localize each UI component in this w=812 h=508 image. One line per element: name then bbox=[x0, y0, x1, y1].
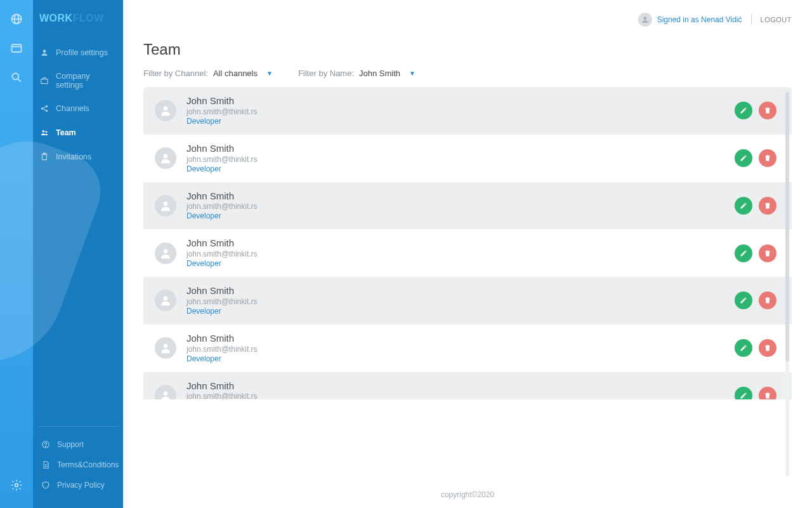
person-role: Developer bbox=[187, 354, 724, 364]
sidebar-item-channels[interactable]: Channels bbox=[33, 98, 123, 119]
filter-channel-select[interactable]: All channels ▼ bbox=[213, 69, 273, 78]
avatar-icon bbox=[155, 385, 176, 399]
avatar-icon bbox=[155, 243, 176, 264]
filter-name-select[interactable]: John Smith ▼ bbox=[359, 69, 416, 78]
svg-point-23 bbox=[643, 17, 646, 20]
nav-item-label: Channels bbox=[56, 104, 89, 113]
row-actions bbox=[735, 197, 776, 215]
delete-button[interactable] bbox=[759, 387, 776, 399]
scrollbar-thumb[interactable] bbox=[785, 92, 789, 361]
person-email: john.smith@thinkit.rs bbox=[187, 155, 724, 164]
row-actions bbox=[735, 149, 776, 167]
delete-button[interactable] bbox=[759, 149, 776, 167]
avatar-icon bbox=[155, 290, 176, 311]
topbar: Signed in as Nenad Vidić LOGOUT bbox=[123, 0, 812, 27]
briefcase-icon bbox=[39, 76, 49, 86]
person-info: John Smithjohn.smith@thinkit.rsDeveloper bbox=[187, 380, 724, 400]
person-role: Developer bbox=[187, 259, 724, 269]
row-actions bbox=[735, 291, 776, 309]
signed-in-text: Signed in as Nenad Vidić bbox=[657, 15, 742, 24]
sidebar-item-terms[interactable]: Terms&Conditions bbox=[39, 455, 117, 475]
svg-point-7 bbox=[15, 484, 18, 487]
svg-line-14 bbox=[43, 109, 46, 110]
sidebar-item-profile[interactable]: Profile settings bbox=[33, 42, 123, 64]
nav-item-label: Team bbox=[56, 128, 76, 137]
edit-button[interactable] bbox=[735, 149, 752, 167]
svg-point-28 bbox=[164, 297, 168, 301]
person-email: john.smith@thinkit.rs bbox=[187, 392, 724, 399]
avatar-icon bbox=[155, 195, 176, 217]
filter-name: Filter by Name: John Smith ▼ bbox=[298, 69, 416, 78]
avatar-icon bbox=[155, 147, 176, 169]
delete-button[interactable] bbox=[759, 339, 776, 357]
edit-button[interactable] bbox=[735, 197, 752, 215]
avatar-icon bbox=[155, 100, 176, 121]
search-icon[interactable] bbox=[9, 70, 24, 85]
person-name: John Smith bbox=[187, 285, 724, 297]
sidebar-item-support[interactable]: Support bbox=[39, 434, 117, 455]
person-name: John Smith bbox=[187, 190, 724, 203]
edit-button[interactable] bbox=[735, 244, 752, 262]
edit-button[interactable] bbox=[735, 291, 752, 309]
person-email: john.smith@thinkit.rs bbox=[187, 202, 724, 211]
gear-icon[interactable] bbox=[9, 478, 24, 493]
svg-line-6 bbox=[18, 79, 21, 82]
person-email: john.smith@thinkit.rs bbox=[187, 297, 724, 307]
caret-down-icon: ▼ bbox=[266, 70, 273, 77]
svg-point-10 bbox=[41, 107, 44, 110]
person-name: John Smith bbox=[187, 380, 724, 392]
nav-item-label: Terms&Conditions bbox=[57, 460, 119, 469]
svg-point-12 bbox=[46, 110, 48, 112]
sidebar-footer: SupportTerms&ConditionsPrivacy Policy bbox=[38, 426, 118, 508]
svg-point-25 bbox=[164, 154, 168, 158]
logout-button[interactable]: LOGOUT bbox=[761, 16, 792, 23]
team-icon bbox=[39, 128, 49, 138]
svg-point-26 bbox=[164, 201, 168, 206]
icon-rail bbox=[0, 0, 33, 508]
person-role: Developer bbox=[187, 164, 724, 174]
filter-name-label: Filter by Name: bbox=[298, 69, 354, 78]
team-row: John Smithjohn.smith@thinkit.rsDeveloper bbox=[143, 277, 792, 324]
delete-button[interactable] bbox=[759, 291, 776, 309]
edit-button[interactable] bbox=[735, 339, 752, 357]
delete-button[interactable] bbox=[759, 244, 776, 262]
main: Signed in as Nenad Vidić LOGOUT Team Fil… bbox=[123, 0, 812, 508]
team-row: John Smithjohn.smith@thinkit.rsDeveloper bbox=[143, 135, 792, 182]
svg-point-8 bbox=[43, 50, 46, 53]
person-role: Developer bbox=[187, 211, 724, 221]
svg-rect-9 bbox=[41, 79, 48, 84]
signed-in-user[interactable]: Signed in as Nenad Vidić bbox=[638, 13, 742, 27]
team-row: John Smithjohn.smith@thinkit.rsDeveloper bbox=[143, 182, 792, 230]
person-name: John Smith bbox=[187, 95, 724, 107]
delete-button[interactable] bbox=[759, 102, 776, 119]
svg-point-15 bbox=[43, 130, 45, 133]
svg-rect-3 bbox=[12, 44, 22, 52]
browser-icon[interactable] bbox=[9, 41, 24, 56]
team-row: John Smithjohn.smith@thinkit.rsDeveloper bbox=[143, 229, 792, 277]
svg-point-20 bbox=[46, 446, 46, 446]
sidebar-item-privacy[interactable]: Privacy Policy bbox=[39, 475, 117, 495]
scrollbar[interactable] bbox=[785, 92, 789, 476]
edit-button[interactable] bbox=[735, 387, 752, 399]
globe-icon[interactable] bbox=[9, 11, 24, 27]
svg-point-24 bbox=[164, 107, 168, 111]
person-info: John Smithjohn.smith@thinkit.rsDeveloper bbox=[187, 285, 724, 316]
person-info: John Smithjohn.smith@thinkit.rsDeveloper bbox=[187, 143, 724, 174]
svg-point-5 bbox=[12, 73, 18, 79]
edit-button[interactable] bbox=[735, 102, 752, 119]
brand-logo[interactable]: WORKFLOW bbox=[33, 13, 123, 42]
filter-channel: Filter by Channel: All channels ▼ bbox=[143, 69, 273, 78]
svg-point-30 bbox=[164, 391, 168, 396]
footer-copyright: copyright©2020 bbox=[143, 481, 792, 508]
user-icon bbox=[39, 48, 49, 58]
person-info: John Smithjohn.smith@thinkit.rsDeveloper bbox=[187, 333, 724, 364]
row-actions bbox=[735, 102, 776, 119]
team-row: John Smithjohn.smith@thinkit.rsDeveloper bbox=[143, 372, 792, 400]
person-info: John Smithjohn.smith@thinkit.rsDeveloper bbox=[187, 237, 724, 269]
row-actions bbox=[735, 339, 776, 357]
nav-item-label: Support bbox=[57, 440, 84, 449]
person-email: john.smith@thinkit.rs bbox=[187, 250, 724, 259]
sidebar-item-company[interactable]: Company settings bbox=[33, 66, 123, 95]
delete-button[interactable] bbox=[759, 197, 776, 215]
sidebar-item-team[interactable]: Team bbox=[33, 122, 123, 144]
